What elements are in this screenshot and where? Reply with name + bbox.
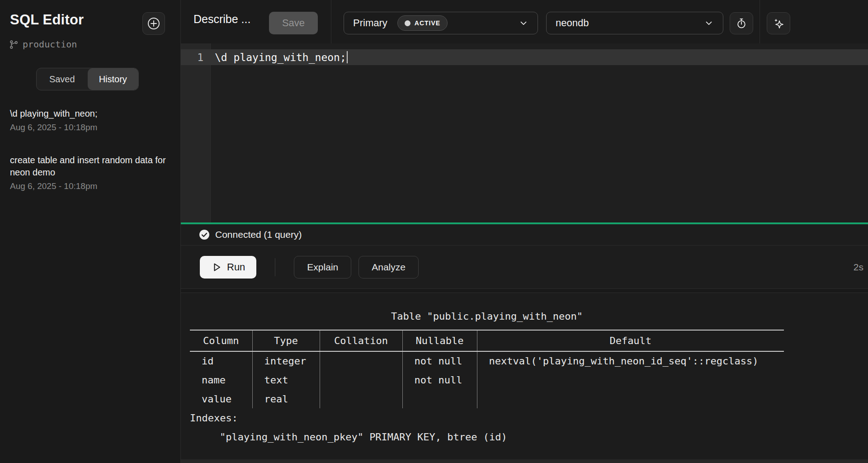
connection-status-text: Connected (1 query) bbox=[215, 229, 302, 240]
cell bbox=[320, 351, 402, 370]
line-number: 1 bbox=[181, 52, 211, 63]
toolbar-divider bbox=[331, 0, 331, 43]
sidebar: SQL Editor production Saved History bbox=[0, 0, 181, 463]
history-list: \d playing_with_neon; Aug 6, 2025 - 10:1… bbox=[0, 108, 180, 213]
results-panel: Table "public.playing_with_neon" Column … bbox=[181, 293, 868, 463]
history-item[interactable]: create table and insert random data for … bbox=[0, 154, 180, 191]
cell bbox=[402, 389, 477, 408]
text-cursor bbox=[347, 51, 348, 63]
col-header: Nullable bbox=[402, 330, 477, 351]
branch-indicator: production bbox=[9, 39, 77, 50]
cell bbox=[477, 389, 784, 408]
toolbar: Describe ... Save Primary ACTIVE neondb bbox=[181, 0, 868, 43]
cell bbox=[320, 389, 402, 408]
describe-output-table: Column Type Collation Nullable Default i… bbox=[190, 330, 784, 408]
actions-row: Run Explain Analyze 2s bbox=[181, 246, 868, 289]
cell: nextval('playing_with_neon_id_seq'::regc… bbox=[477, 351, 784, 370]
editor-gutter bbox=[181, 43, 211, 222]
cell: not null bbox=[402, 370, 477, 389]
history-query: create table and insert random data for … bbox=[10, 154, 170, 179]
history-item[interactable]: \d playing_with_neon; Aug 6, 2025 - 10:1… bbox=[0, 108, 180, 132]
branch-select[interactable]: Primary ACTIVE bbox=[344, 12, 538, 34]
result-table-title: Table "public.playing_with_neon" bbox=[190, 310, 784, 330]
history-timestamp: Aug 6, 2025 - 10:18pm bbox=[10, 123, 170, 132]
database-select[interactable]: neondb bbox=[546, 12, 723, 34]
check-circle-icon bbox=[199, 229, 210, 240]
table-header-row: Column Type Collation Nullable Default bbox=[190, 330, 784, 351]
cell: text bbox=[252, 370, 320, 389]
page-title: SQL Editor bbox=[10, 12, 84, 28]
saved-history-tabs: Saved History bbox=[36, 68, 139, 90]
sql-editor-app: SQL Editor production Saved History bbox=[0, 0, 868, 463]
chevron-down-icon bbox=[704, 18, 714, 28]
col-header: Collation bbox=[320, 330, 402, 351]
git-branch-icon bbox=[9, 40, 19, 49]
code-editor[interactable]: 1 \d playing_with_neon; bbox=[181, 43, 868, 222]
indexes-section: Indexes: "playing_with_neon_pkey" PRIMAR… bbox=[190, 409, 868, 447]
branch-select-value: Primary bbox=[353, 17, 387, 29]
history-timestamp: Aug 6, 2025 - 10:18pm bbox=[10, 181, 170, 191]
connection-statusbar: Connected (1 query) bbox=[181, 224, 868, 246]
analyze-button[interactable]: Analyze bbox=[359, 256, 419, 279]
table-row: id integer not null nextval('playing_wit… bbox=[190, 351, 784, 370]
active-dot-icon bbox=[405, 20, 410, 26]
cell bbox=[477, 370, 784, 389]
history-timer-icon bbox=[736, 18, 747, 29]
tab-saved[interactable]: Saved bbox=[37, 68, 88, 90]
query-duration: 2s bbox=[854, 262, 863, 273]
sparkles-icon bbox=[772, 17, 785, 30]
table-row: value real bbox=[190, 389, 784, 408]
col-header: Default bbox=[477, 330, 784, 351]
cell: integer bbox=[252, 351, 320, 370]
indexes-label: Indexes: bbox=[190, 409, 868, 428]
play-icon bbox=[211, 262, 222, 273]
actions-divider bbox=[275, 258, 275, 276]
history-query: \d playing_with_neon; bbox=[10, 108, 170, 120]
ai-assistant-button[interactable] bbox=[767, 12, 790, 34]
cell bbox=[320, 370, 402, 389]
cell: not null bbox=[402, 351, 477, 370]
cell: id bbox=[190, 351, 252, 370]
run-button[interactable]: Run bbox=[200, 256, 256, 279]
cell: value bbox=[190, 389, 252, 408]
status-badge: ACTIVE bbox=[397, 15, 448, 31]
save-button[interactable]: Save bbox=[269, 12, 318, 34]
plus-circle-icon bbox=[147, 17, 160, 30]
editor-active-line: 1 \d playing_with_neon; bbox=[181, 49, 868, 65]
tab-history[interactable]: History bbox=[88, 68, 139, 90]
new-query-button[interactable] bbox=[142, 12, 165, 35]
query-title: Describe ... bbox=[193, 13, 250, 26]
explain-button[interactable]: Explain bbox=[294, 256, 351, 279]
table-row: name text not null bbox=[190, 370, 784, 389]
main-panel: Describe ... Save Primary ACTIVE neondb bbox=[181, 0, 868, 463]
col-header: Type bbox=[252, 330, 320, 351]
cell: real bbox=[252, 389, 320, 408]
col-header: Column bbox=[190, 330, 252, 351]
index-definition: "playing_with_neon_pkey" PRIMARY KEY, bt… bbox=[190, 428, 868, 447]
database-select-value: neondb bbox=[556, 17, 589, 29]
code-line: \d playing_with_neon; bbox=[211, 52, 346, 63]
chevron-down-icon bbox=[519, 18, 528, 28]
cell: name bbox=[190, 370, 252, 389]
toolbar-divider bbox=[760, 0, 760, 43]
query-history-button[interactable] bbox=[730, 12, 753, 34]
horizontal-scrollbar[interactable] bbox=[181, 459, 868, 463]
branch-name: production bbox=[23, 39, 77, 50]
results-top-strip bbox=[181, 289, 868, 293]
